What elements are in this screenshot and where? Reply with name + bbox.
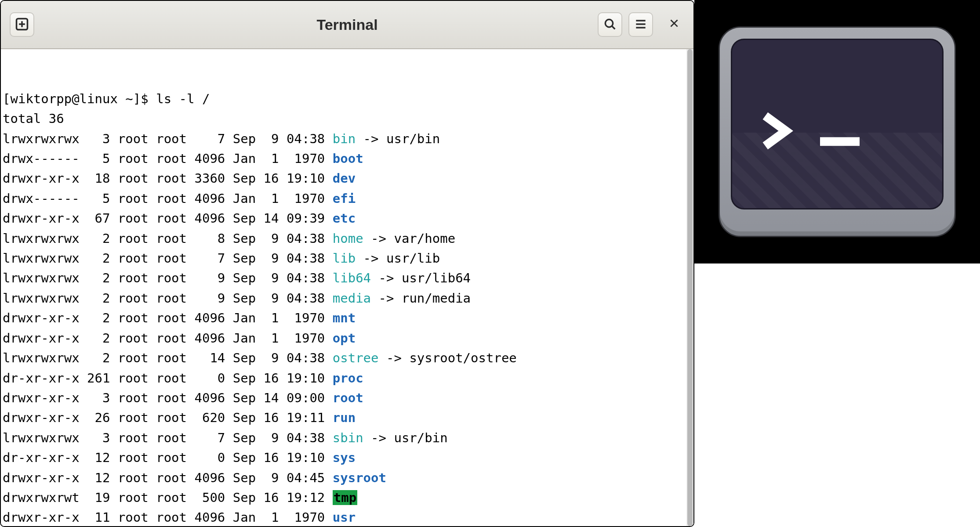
entry-name: run: [333, 410, 356, 425]
terminal-app-icon: [719, 26, 956, 237]
ls-entry: lrwxrwxrwx 2 root root 9 Sep 9 04:38: [3, 291, 333, 306]
entry-name: opt: [333, 331, 356, 346]
terminal-output[interactable]: [wiktorpp@linux ~]$ ls -l / total 36 lrw…: [1, 49, 693, 526]
symlink-arrow: ->: [363, 430, 394, 445]
prompt: [wiktorpp@linux ~]$: [3, 91, 156, 106]
entry-name: sys: [333, 450, 356, 465]
entry-name: lib: [333, 251, 356, 266]
symlink-arrow: ->: [356, 131, 386, 146]
symlink-target: usr/bin: [386, 131, 440, 146]
svg-rect-10: [820, 137, 860, 146]
ls-entry: lrwxrwxrwx 2 root root 8 Sep 9 04:38: [3, 231, 333, 246]
symlink-arrow: ->: [363, 231, 394, 246]
total-line: total 36: [3, 111, 64, 126]
entry-name: lib64: [333, 271, 371, 285]
menu-button[interactable]: [628, 12, 653, 37]
entry-name: mnt: [333, 310, 356, 325]
ls-entry: dr-xr-xr-x 261 root root 0 Sep 16 19:10: [3, 371, 333, 386]
entry-name: dev: [333, 171, 356, 186]
symlink-target: var/home: [394, 231, 455, 246]
entry-name: media: [333, 291, 371, 306]
ls-entry: lrwxrwxrwx 3 root root 7 Sep 9 04:38: [3, 131, 333, 146]
entry-name: boot: [333, 151, 363, 166]
ls-entry: drwxr-xr-x 67 root root 4096 Sep 14 09:3…: [3, 211, 333, 226]
symlink-target: usr/lib: [386, 251, 440, 266]
symlink-arrow: ->: [371, 291, 402, 306]
entry-name: tmp: [333, 490, 357, 505]
svg-line-4: [612, 26, 615, 29]
ls-entry: drwxrwxrwt 19 root root 500 Sep 16 19:12: [3, 490, 333, 505]
ls-entry: drwxr-xr-x 26 root root 620 Sep 16 19:11: [3, 410, 333, 425]
close-button[interactable]: [664, 14, 685, 35]
symlink-target: sysroot/ostree: [409, 350, 516, 365]
close-icon: [668, 17, 680, 32]
window-title: Terminal: [316, 16, 377, 33]
symlink-target: usr/lib64: [402, 271, 471, 285]
ls-entry: drwxr-xr-x 12 root root 4096 Sep 9 04:45: [3, 470, 333, 485]
entry-name: sysroot: [333, 470, 386, 485]
search-icon: [603, 17, 617, 32]
entry-name: root: [333, 390, 363, 405]
ls-entry: lrwxrwxrwx 2 root root 9 Sep 9 04:38: [3, 271, 333, 285]
command-text: ls -l /: [156, 91, 210, 106]
symlink-target: usr/bin: [394, 430, 447, 445]
ls-entry: lrwxrwxrwx 3 root root 7 Sep 9 04:38: [3, 430, 333, 445]
entry-name: proc: [333, 371, 363, 386]
ls-entry: drwxr-xr-x 11 root root 4096 Jan 1 1970: [3, 510, 333, 525]
ls-entry: drwxr-xr-x 18 root root 3360 Sep 16 19:1…: [3, 171, 333, 186]
ls-entry: drwxr-xr-x 2 root root 4096 Jan 1 1970: [3, 331, 333, 346]
terminal-window: Terminal: [0, 0, 694, 527]
ls-entry: dr-xr-xr-x 12 root root 0 Sep 16 19:10: [3, 450, 333, 465]
ls-entry: drwxr-xr-x 3 root root 4096 Sep 14 09:00: [3, 390, 333, 405]
entry-name: etc: [333, 211, 356, 226]
app-icon-panel: [694, 0, 980, 264]
ls-entry: lrwxrwxrwx 2 root root 14 Sep 9 04:38: [3, 350, 333, 365]
entry-name: efi: [333, 191, 356, 206]
ls-entry: drwx------ 5 root root 4096 Jan 1 1970: [3, 151, 333, 166]
scrollbar[interactable]: [686, 49, 693, 526]
svg-point-3: [605, 19, 613, 27]
ls-entry: drwxr-xr-x 2 root root 4096 Jan 1 1970: [3, 310, 333, 325]
search-button[interactable]: [598, 12, 622, 37]
new-tab-button[interactable]: [10, 12, 34, 37]
entry-name: sbin: [333, 430, 363, 445]
plus-icon: [15, 17, 29, 33]
symlink-arrow: ->: [371, 271, 402, 285]
entry-name: bin: [333, 131, 356, 146]
symlink-arrow: ->: [356, 251, 386, 266]
symlink-arrow: ->: [379, 350, 410, 365]
entry-name: ostree: [333, 350, 379, 365]
scroll-thumb[interactable]: [687, 49, 693, 526]
symlink-target: run/media: [402, 291, 471, 306]
titlebar: Terminal: [1, 1, 693, 49]
ls-entry: lrwxrwxrwx 2 root root 7 Sep 9 04:38: [3, 251, 333, 266]
entry-name: home: [333, 231, 363, 246]
ls-entry: drwx------ 5 root root 4096 Jan 1 1970: [3, 191, 333, 206]
hamburger-icon: [634, 17, 648, 32]
entry-name: usr: [333, 510, 356, 525]
titlebar-controls: [598, 12, 685, 37]
